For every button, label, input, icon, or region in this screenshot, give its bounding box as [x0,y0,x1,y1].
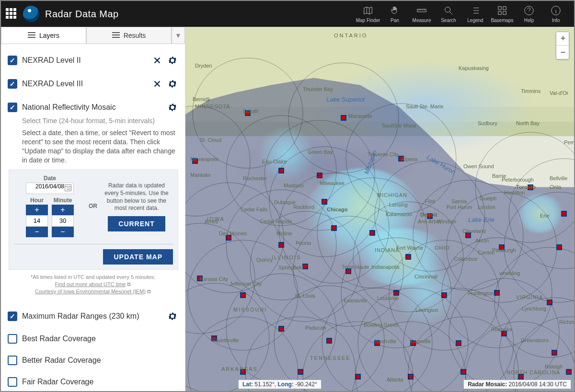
layer-mosaic: National Reflectivity Mosaic Select Time… [8,96,178,305]
svg-rect-4 [498,11,501,14]
svg-rect-79 [298,369,303,374]
gear-icon[interactable] [167,78,178,90]
svg-rect-25 [562,211,566,216]
svg-rect-43 [557,245,562,250]
tool-info[interactable]: Info [542,5,569,23]
svg-rect-69 [411,341,415,346]
minute-minus-button[interactable]: − [52,227,74,237]
checkbox-mosaic[interactable] [8,103,17,112]
tab-results[interactable]: Results [86,27,172,44]
tab-collapse[interactable]: ▼ [172,27,185,44]
layer-title: NEXRAD Level III [22,80,147,88]
gear-icon[interactable] [167,311,178,322]
checkbox-better[interactable] [8,356,17,365]
svg-rect-77 [241,369,245,374]
svg-rect-71 [456,341,461,346]
tool-legend[interactable]: Legend [462,5,489,23]
mosaic-subtitle: Select Time (24-hour format, 5-min inter… [22,117,178,125]
layer-ranges: Maximum Radar Ranges (230 km) [8,305,178,328]
update-note: Radar data is updated every 5-minutes. U… [103,182,170,212]
help-icon [524,5,534,16]
tool-measure[interactable]: Measure [408,5,435,23]
tool-map-finder[interactable]: Map Finder [355,5,381,23]
svg-rect-29 [279,242,284,247]
svg-rect-21 [427,214,432,219]
footnote: *All times listed in UTC and updated eve… [8,274,178,296]
map-canvas[interactable]: ONTARIO Dryden Kapuskasing Timmins Val-d… [185,27,574,391]
hour-spinner: Hour + 14 − [26,197,48,237]
checkbox-nexrad3[interactable] [8,79,17,89]
hand-icon [390,5,400,16]
tool-search[interactable]: Search [435,5,462,23]
checkbox-best[interactable] [8,334,17,344]
gear-icon[interactable] [167,55,178,66]
tab-layers[interactable]: Layers [1,27,86,44]
svg-rect-15 [193,159,197,163]
svg-point-22 [475,132,574,242]
tool-help[interactable]: Help [516,5,542,23]
info-icon [551,5,561,16]
svg-rect-41 [499,245,504,250]
layers-icon [28,32,35,39]
minute-spinner: Minute + 30 − [52,197,74,237]
svg-rect-17 [279,168,284,173]
apps-icon[interactable] [6,8,17,20]
noaa-logo-icon [23,6,39,22]
svg-rect-65 [327,338,332,343]
svg-point-6 [525,6,533,14]
current-button[interactable]: CURRENT [108,216,165,231]
layers-panel[interactable]: NEXRAD Level II NEXRAD Level III [1,44,185,391]
svg-point-60 [185,283,269,391]
update-map-button[interactable]: UPDATE MAP [103,249,173,265]
minute-value[interactable]: 30 [52,215,74,227]
topbar: Radar Data Map Map Finder Pan Measure Se… [1,1,574,27]
svg-rect-75 [552,350,557,355]
svg-rect-33 [332,226,336,231]
time-picker: Date 2016/04/08 Hour + 14 − [9,170,178,270]
svg-rect-81 [356,374,360,379]
svg-rect-37 [406,254,411,259]
results-icon [112,32,120,39]
svg-rect-2 [498,6,501,9]
svg-rect-0 [417,9,426,12]
checkbox-ranges[interactable] [8,311,17,321]
svg-point-42 [504,192,574,302]
svg-point-70 [403,288,514,391]
svg-rect-31 [322,199,327,204]
svg-rect-49 [303,264,308,269]
tool-basemaps[interactable]: Basemaps [489,5,516,23]
svg-rect-87 [518,374,523,379]
hour-plus-button[interactable]: + [26,205,48,215]
ruler-icon [416,5,427,16]
svg-rect-51 [346,269,351,274]
calendar-icon[interactable] [65,184,71,191]
svg-rect-39 [466,233,471,238]
iem-link[interactable]: Courtesy of Iowa Environmental Mesonet (… [35,288,146,294]
svg-rect-5 [503,11,506,14]
minute-plus-button[interactable]: + [52,205,74,215]
utc-link[interactable]: Find out more about UTC time [55,281,126,287]
svg-rect-45 [197,276,202,281]
svg-rect-73 [502,331,506,336]
app-title: Radar Data Map [45,9,119,20]
date-label: Date [44,175,56,182]
zoom-out-button[interactable]: − [556,46,569,59]
hour-minus-button[interactable]: − [26,227,48,237]
tools-icon[interactable] [151,55,163,66]
search-icon [443,5,454,16]
checkbox-nexrad2[interactable] [8,56,17,65]
layer-better: Better Radar Coverage [8,350,178,371]
grid-icon [497,5,507,16]
zoom-in-button[interactable]: + [556,32,569,46]
date-input[interactable]: 2016/04/08 [26,183,74,194]
layer-title: Maximum Radar Ranges (230 km) [22,312,162,321]
hour-value[interactable]: 14 [26,215,48,227]
sidebar-tabs: Layers Results ▼ [1,27,185,44]
zoom-control: + − [556,32,569,59]
coords-status: Lat: 51.152°, Long: -90.242° [238,380,322,389]
gear-icon[interactable] [167,102,178,113]
checkbox-fair[interactable] [8,377,17,387]
tools-icon[interactable] [151,78,163,90]
tool-pan[interactable]: Pan [381,5,408,23]
layer-title: National Reflectivity Mosaic [22,103,162,112]
